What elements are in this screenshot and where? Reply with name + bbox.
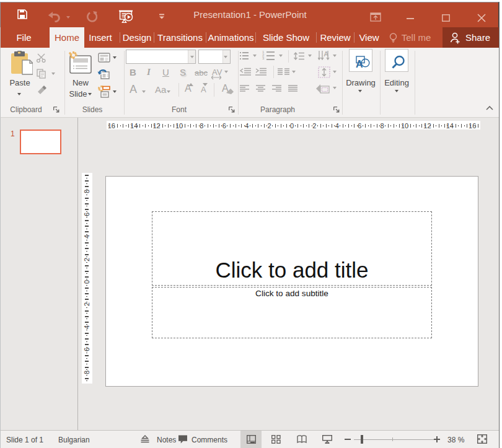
svg-text:A: A [356, 59, 363, 68]
svg-text:A: A [324, 50, 329, 58]
